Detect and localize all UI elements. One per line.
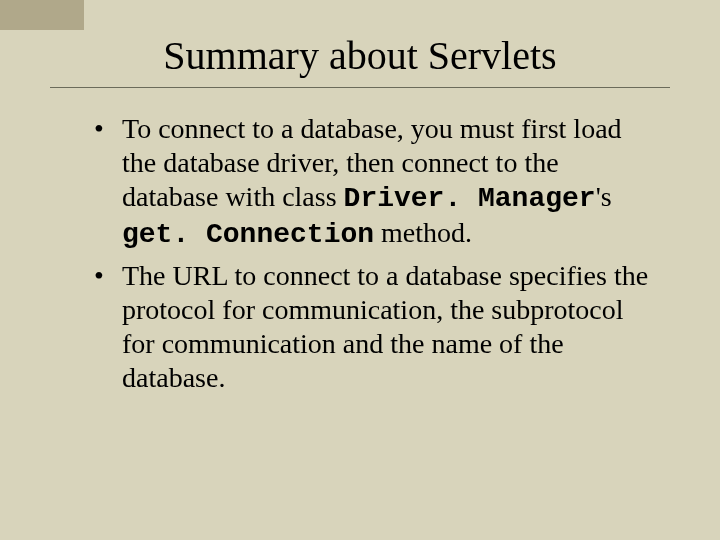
code-text: get. Connection xyxy=(122,219,374,250)
slide: Summary about Servlets To connect to a d… xyxy=(0,0,720,395)
title-rule xyxy=(50,87,670,88)
list-item: The URL to connect to a database specifi… xyxy=(94,259,650,396)
corner-tab xyxy=(0,0,84,30)
bullet-text: 's xyxy=(596,181,612,212)
bullet-list: To connect to a database, you must first… xyxy=(50,112,670,395)
bullet-text: method. xyxy=(374,217,472,248)
bullet-text: The URL to connect to a database specifi… xyxy=(122,260,648,393)
slide-title: Summary about Servlets xyxy=(50,32,670,79)
code-text: Driver. Manager xyxy=(344,183,596,214)
list-item: To connect to a database, you must first… xyxy=(94,112,650,253)
